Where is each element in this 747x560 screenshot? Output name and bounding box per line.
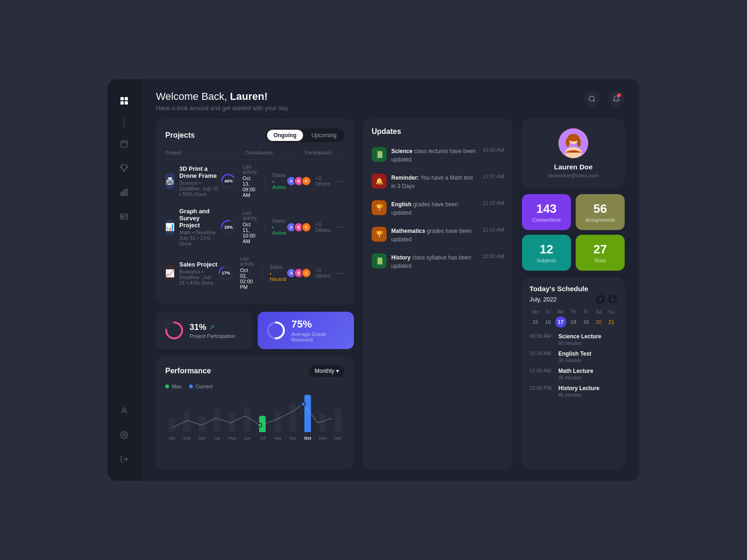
legend-current-dot bbox=[189, 385, 193, 388]
project-icon: 🖨️ bbox=[165, 173, 175, 189]
avatar-3: C bbox=[301, 268, 311, 278]
bar-label-nov: Nov bbox=[319, 436, 326, 441]
tab-ongoing[interactable]: Ongoing bbox=[267, 130, 303, 141]
cal-day-18[interactable]: 18 bbox=[568, 316, 579, 328]
bar-dec bbox=[335, 409, 341, 432]
avatar-stack: A B C bbox=[286, 222, 311, 232]
svg-point-18 bbox=[589, 96, 594, 101]
update-item: 🏆 Mathematics grades have been updated 1… bbox=[372, 222, 504, 249]
chart-area: Jan Feb Mar Apr May Jun Jul Aug Sep Oct … bbox=[165, 394, 345, 450]
bar-group: Jul bbox=[256, 416, 269, 441]
contribution-area: 40% Last activity Oct 13, 09:00 AM Statu… bbox=[220, 164, 286, 198]
contribution-area: 28% Last activity Oct 11, 10:00 AM Statu… bbox=[220, 210, 286, 244]
cal-day-21[interactable]: 21 bbox=[606, 316, 617, 328]
next-month-button[interactable]: › bbox=[608, 294, 617, 304]
notification-button[interactable] bbox=[608, 91, 625, 107]
participants-area: A B C +3 Others ⋯ bbox=[286, 175, 345, 187]
stats-row: 31% ↗ Project Participation bbox=[156, 312, 354, 349]
header-actions bbox=[584, 91, 625, 107]
monthly-dropdown[interactable]: Monthly ▾ bbox=[309, 365, 345, 377]
cal-day-header: Tu bbox=[542, 308, 554, 315]
prev-month-button[interactable]: ‹ bbox=[596, 294, 605, 304]
update-text: Mathematics grades have been updated bbox=[391, 227, 478, 244]
stat-tile-label: Connections bbox=[532, 217, 561, 223]
contribution-area: 17% Last activity Oct 02, 02:00 PM Statu… bbox=[218, 256, 286, 290]
avatar-stack: A B C bbox=[286, 268, 311, 278]
bar-mar bbox=[199, 416, 205, 432]
bar-label-jan: Jan bbox=[169, 436, 176, 441]
sidebar-item-settings[interactable] bbox=[114, 425, 134, 445]
svg-point-12 bbox=[122, 216, 124, 218]
cal-day-19[interactable]: 19 bbox=[580, 316, 592, 328]
schedule-time: 12:00 PM bbox=[529, 385, 554, 391]
schedule-time: 09:30 AM bbox=[529, 333, 554, 339]
update-time: 10:30 AM bbox=[483, 147, 504, 153]
project-details: Sales Project Business • Deadline: July … bbox=[179, 261, 218, 286]
more-button[interactable]: ⋯ bbox=[337, 222, 345, 232]
stat-tile-label: Subjects bbox=[536, 258, 556, 263]
chevron-down-icon: ▾ bbox=[336, 368, 339, 374]
schedule-name: History Lecture bbox=[558, 385, 599, 392]
progress-circle: 28% bbox=[220, 219, 237, 236]
header-subtitle: Have a look around and get started with … bbox=[156, 105, 288, 112]
svg-line-19 bbox=[593, 100, 595, 102]
project-name: 3D Print a Drone Frame bbox=[179, 165, 220, 179]
status-label: Status bbox=[270, 265, 286, 270]
bar-label-oct: Oct bbox=[304, 436, 311, 441]
cal-day-20[interactable]: 20 bbox=[593, 316, 604, 328]
grade-label: Average Grade Received bbox=[291, 331, 345, 343]
avatar-3: C bbox=[301, 222, 311, 232]
update-time: 11:07 AM bbox=[483, 174, 504, 179]
updates-card: Updates 📗 Science class lectures have be… bbox=[363, 119, 513, 469]
avatar-stack: A B C bbox=[286, 176, 311, 186]
status-value: • Neutral bbox=[270, 271, 286, 282]
cal-day-16[interactable]: 16 bbox=[543, 316, 554, 328]
others-label: +3 Others bbox=[315, 222, 333, 233]
bar-group: Apr bbox=[211, 409, 224, 441]
sidebar-item-home[interactable] bbox=[114, 91, 134, 111]
participation-trend: ↗ bbox=[209, 323, 215, 331]
svg-point-16 bbox=[123, 434, 126, 436]
body-area: Projects Ongoing Upcoming Project Contri… bbox=[141, 119, 640, 481]
cal-day-17[interactable]: 17 bbox=[555, 316, 566, 328]
sidebar-item-user[interactable] bbox=[114, 400, 134, 421]
legend-current-label: Current bbox=[196, 384, 213, 389]
stat-tile-connections: 143 Connections bbox=[522, 194, 571, 230]
sidebar-item-logout[interactable] bbox=[114, 449, 134, 469]
more-button[interactable]: ⋯ bbox=[337, 176, 345, 186]
projects-header: Projects Ongoing Upcoming bbox=[165, 128, 345, 142]
avatar bbox=[558, 128, 588, 158]
cal-day-header: We bbox=[555, 308, 566, 315]
tab-upcoming[interactable]: Upcoming bbox=[305, 130, 343, 141]
progress-circle: 40% bbox=[220, 173, 237, 189]
stat-tile-value: 56 bbox=[593, 202, 607, 216]
sidebar-item-trophy[interactable] bbox=[114, 158, 134, 178]
project-row: 📊 Graph and Survey Project Math • Deadli… bbox=[165, 203, 345, 252]
schedule-name: English Test bbox=[558, 350, 591, 357]
project-info: 📈 Sales Project Business • Deadline: Jul… bbox=[165, 261, 218, 286]
progress-circle: 17% bbox=[218, 265, 234, 281]
stat-tiles-grid: 143 Connections 56 Assignments 12 Subjec… bbox=[522, 194, 625, 271]
performance-card: Performance Monthly ▾ Max C bbox=[156, 357, 354, 469]
search-button[interactable] bbox=[584, 91, 600, 107]
bar-group: Jan bbox=[165, 418, 178, 441]
schedule-items: 09:30 AM Science Lecture 60 minutes 10:3… bbox=[529, 333, 617, 398]
sidebar-item-calendar[interactable] bbox=[114, 133, 134, 154]
sidebar-item-chart[interactable] bbox=[114, 182, 134, 203]
updates-list: 📗 Science class lectures have been updat… bbox=[372, 142, 504, 275]
percent-label: 28% bbox=[224, 225, 233, 230]
sidebar-item-id[interactable] bbox=[114, 206, 134, 227]
cal-day-15[interactable]: 15 bbox=[530, 316, 541, 328]
bar-label-mar: Mar bbox=[198, 436, 206, 441]
svg-rect-3 bbox=[125, 101, 128, 105]
cal-day-header: Mo bbox=[529, 308, 541, 315]
perf-header: Performance Monthly ▾ bbox=[165, 365, 345, 377]
bar-may bbox=[229, 413, 235, 432]
project-meta: Science • Deadline: July 31 • 56% Done bbox=[179, 180, 220, 197]
bar-jul bbox=[259, 416, 266, 432]
app-container: Welcome Back, Lauren! Have a look around… bbox=[107, 79, 640, 481]
more-button[interactable]: ⋯ bbox=[337, 268, 345, 278]
bar-sep bbox=[289, 404, 296, 432]
bar-group: Aug bbox=[271, 411, 284, 441]
schedule-name: Science Lecture bbox=[558, 333, 601, 340]
